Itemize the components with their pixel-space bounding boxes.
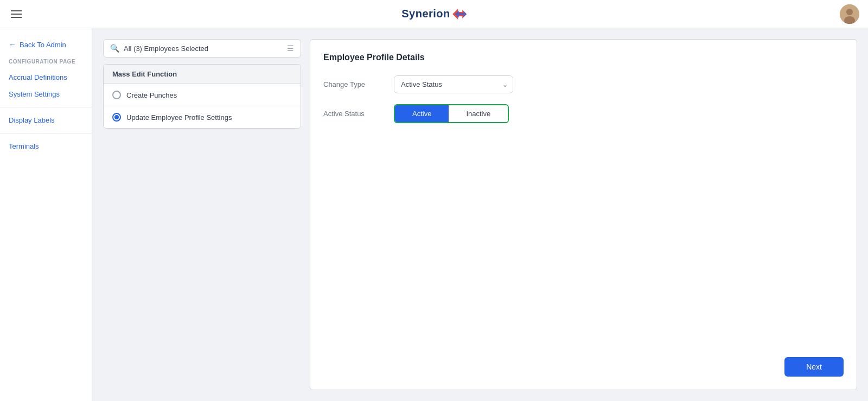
sidebar: ← Back To Admin CONFIGURATION PAGE Accru… [0, 28, 92, 401]
active-status-toggle-group: Active Inactive [394, 104, 509, 123]
display-labels-label: Display Labels [9, 116, 55, 124]
panel-title: Employee Profile Details [323, 53, 844, 62]
sidebar-item-accrual-definitions[interactable]: Accrual Definitions [0, 69, 92, 86]
search-icon: 🔍 [110, 44, 119, 53]
main-content: 🔍 All (3) Employees Selected ☰ Mass Edit… [92, 28, 868, 401]
hamburger-menu[interactable] [9, 8, 24, 20]
logo-icon [452, 9, 467, 20]
employees-selected-text: All (3) Employees Selected [124, 44, 283, 53]
function-item-create-punches[interactable]: Create Punches [104, 84, 301, 106]
sidebar-item-terminals[interactable]: Terminals [0, 138, 92, 155]
filter-icon[interactable]: ☰ [287, 44, 294, 53]
logo-text: Synerion [401, 8, 450, 20]
create-punches-label: Create Punches [126, 91, 177, 99]
back-to-admin-link[interactable]: ← Back To Admin [0, 37, 92, 52]
update-profile-radio[interactable] [112, 113, 121, 122]
svg-point-3 [846, 9, 853, 15]
config-page-label: CONFIGURATION PAGE [0, 56, 92, 69]
right-panel: Employee Profile Details Change Type Act… [310, 39, 857, 390]
change-type-select[interactable]: Active Status Department Pay Group [394, 75, 513, 93]
avatar[interactable] [840, 4, 859, 24]
logo: Synerion [401, 8, 467, 20]
change-type-label: Change Type [323, 80, 383, 88]
search-bar: 🔍 All (3) Employees Selected ☰ [103, 39, 301, 58]
next-button-area: Next [784, 357, 844, 377]
function-panel: Mass Edit Function Create Punches Update… [103, 64, 301, 129]
accrual-definitions-label: Accrual Definitions [9, 73, 67, 81]
app-header: Synerion [0, 0, 868, 28]
system-settings-label: System Settings [9, 90, 60, 98]
sidebar-divider [0, 107, 92, 107]
terminals-label: Terminals [9, 142, 39, 150]
create-punches-radio[interactable] [112, 91, 121, 99]
left-panel: 🔍 All (3) Employees Selected ☰ Mass Edit… [103, 39, 301, 390]
main-layout: ← Back To Admin CONFIGURATION PAGE Accru… [0, 28, 868, 401]
change-type-row: Change Type Active Status Department Pay… [323, 75, 844, 93]
inactive-button[interactable]: Inactive [449, 105, 508, 122]
active-button[interactable]: Active [395, 105, 449, 122]
back-to-admin-label: Back To Admin [20, 41, 66, 49]
next-button[interactable]: Next [784, 357, 844, 377]
header-left [9, 8, 24, 20]
sidebar-divider-2 [0, 133, 92, 133]
function-item-update-profile[interactable]: Update Employee Profile Settings [104, 106, 301, 128]
update-profile-label: Update Employee Profile Settings [126, 113, 232, 122]
sidebar-item-system-settings[interactable]: System Settings [0, 86, 92, 103]
sidebar-item-display-labels[interactable]: Display Labels [0, 112, 92, 129]
active-status-row: Active Status Active Inactive [323, 104, 844, 123]
radio-inner-dot [114, 115, 119, 119]
active-status-label: Active Status [323, 110, 383, 118]
function-panel-header: Mass Edit Function [104, 65, 301, 84]
back-arrow-icon: ← [9, 40, 16, 49]
change-type-select-wrapper: Active Status Department Pay Group ⌄ [394, 75, 513, 93]
